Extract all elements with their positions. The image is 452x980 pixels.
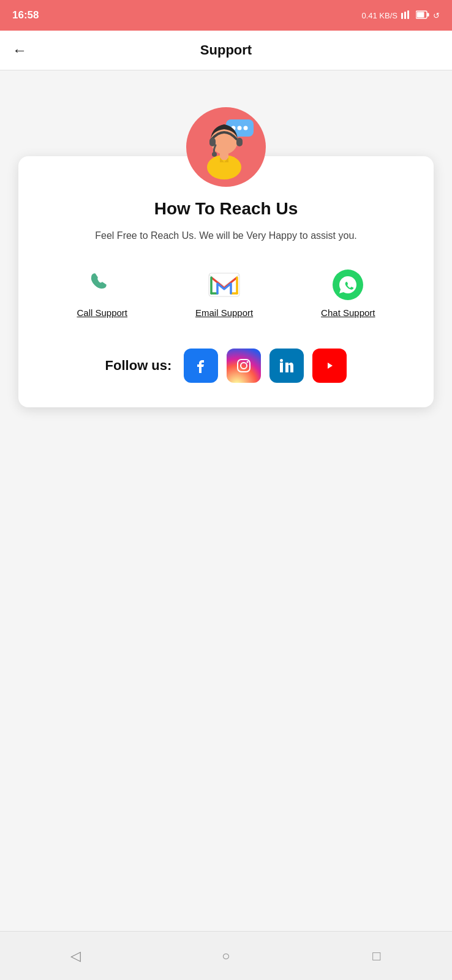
status-time: 16:58 — [12, 9, 39, 21]
svg-point-9 — [244, 126, 248, 130]
avatar — [186, 107, 266, 187]
whatsapp-icon — [331, 268, 365, 301]
status-bar: 16:58 0.41 KB/S ↺ — [0, 0, 452, 31]
svg-rect-16 — [220, 151, 228, 160]
email-support-label: Email Support — [195, 307, 253, 318]
instagram-icon[interactable] — [227, 349, 261, 383]
status-speed: 0.41 KB/S — [361, 11, 397, 20]
social-icons — [184, 349, 347, 383]
svg-point-8 — [238, 126, 242, 130]
svg-point-23 — [247, 361, 249, 363]
svg-rect-13 — [236, 138, 243, 146]
svg-rect-5 — [428, 13, 429, 17]
phone-icon — [85, 268, 119, 301]
home-nav-button[interactable]: ○ — [208, 938, 244, 974]
status-network — [401, 10, 412, 21]
svg-point-25 — [280, 359, 283, 362]
follow-label: Follow us: — [105, 358, 172, 374]
svg-point-22 — [241, 363, 247, 369]
page-title: Support — [200, 42, 252, 58]
svg-rect-4 — [417, 12, 424, 17]
linkedin-icon[interactable] — [269, 349, 304, 383]
svg-rect-1 — [404, 12, 406, 19]
back-button[interactable]: ← — [12, 42, 27, 59]
card-title: How To Reach Us — [154, 199, 298, 219]
chat-support-item[interactable]: Chat Support — [321, 268, 375, 318]
youtube-icon[interactable] — [312, 349, 347, 383]
svg-rect-24 — [280, 363, 283, 372]
call-support-label: Call Support — [77, 307, 127, 318]
main-content: How To Reach Us Feel Free to Reach Us. W… — [0, 70, 452, 931]
call-support-item[interactable]: Call Support — [77, 268, 127, 318]
svg-rect-2 — [407, 10, 409, 19]
follow-section: Follow us: — [105, 349, 347, 383]
back-nav-button[interactable]: ◁ — [57, 938, 94, 974]
battery-icon — [416, 10, 429, 21]
top-nav: ← Support — [0, 31, 452, 70]
recent-nav-button[interactable]: □ — [358, 938, 395, 974]
support-options: Call Support — [43, 268, 409, 318]
facebook-icon[interactable] — [184, 349, 218, 383]
status-right: 0.41 KB/S ↺ — [361, 10, 440, 21]
card-subtitle: Feel Free to Reach Us. We will be Very H… — [95, 228, 356, 243]
refresh-icon: ↺ — [433, 11, 440, 20]
chat-support-label: Chat Support — [321, 307, 375, 318]
support-card: How To Reach Us Feel Free to Reach Us. W… — [18, 156, 434, 407]
gmail-icon — [208, 268, 241, 301]
svg-point-14 — [212, 152, 217, 157]
svg-rect-0 — [401, 13, 403, 19]
bottom-nav: ◁ ○ □ — [0, 931, 452, 980]
email-support-item[interactable]: Email Support — [195, 268, 253, 318]
